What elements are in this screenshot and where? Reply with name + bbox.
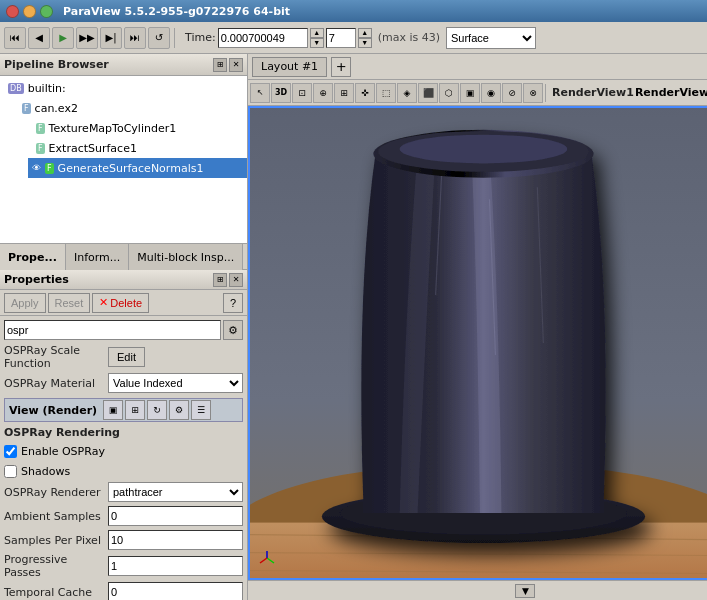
minimize-button[interactable] [23, 5, 36, 18]
pipeline-browser-icons[interactable]: ⊞ ✕ [213, 58, 243, 72]
view-icon-2[interactable]: ⊞ [125, 400, 145, 420]
progressive-passes-row: Progressive Passes [4, 553, 243, 579]
render-view-name: RenderView1 [635, 86, 707, 99]
window-controls[interactable] [6, 5, 53, 18]
main-layout: Pipeline Browser ⊞ ✕ DB builtin: F can.e… [0, 54, 707, 600]
pipeline-item-name-builtin: builtin: [28, 82, 66, 95]
first-frame-button[interactable]: ⏮ [4, 27, 26, 49]
rt-icon-select-cell[interactable]: ⊘ [502, 83, 522, 103]
render-toolbar: ↖ 3D ⊡ ⊕ ⊞ ✜ ⬚ ◈ ⬛ ⬡ ▣ ◉ ⊘ ⊗ RenderView1… [248, 80, 707, 106]
maximize-button[interactable] [40, 5, 53, 18]
pipeline-item-canex2[interactable]: F can.ex2 [14, 98, 247, 118]
layout-add-button[interactable]: + [331, 57, 351, 77]
prev-frame-button[interactable]: ◀ [28, 27, 50, 49]
time-up[interactable]: ▲ [310, 28, 324, 38]
view-icon-5[interactable]: ☰ [191, 400, 211, 420]
pipeline-item-name-texturemap: TextureMapToCylinder1 [49, 122, 177, 135]
tab-multiblock[interactable]: Multi-block Insp... [129, 244, 243, 270]
help-button[interactable]: ? [223, 293, 243, 313]
loop-button[interactable]: ↺ [148, 27, 170, 49]
frame-input[interactable] [326, 28, 356, 48]
view-render-row: View (Render) ▣ ⊞ ↻ ⚙ ☰ [4, 398, 243, 422]
render-viewport[interactable]: scratched- wood- vtkBlockColors [248, 106, 707, 580]
search-input[interactable] [4, 320, 221, 340]
shadows-label: Shadows [21, 465, 70, 478]
play-button[interactable]: ▶ [52, 27, 74, 49]
render-area: Layout #1 + ↖ 3D ⊡ ⊕ ⊞ ✜ ⬚ ◈ ⬛ ⬡ ▣ ◉ ⊘ ⊗… [248, 54, 707, 600]
properties-header: Properties ⊞ ✕ [0, 270, 247, 290]
properties-toolbar: Apply Reset ✕ Delete ? [0, 290, 247, 316]
frame-down[interactable]: ▼ [358, 38, 372, 48]
pipeline-close-icon[interactable]: ✕ [229, 58, 243, 72]
rt-icon-3d[interactable]: 3D [271, 83, 291, 103]
rt-icon-select-block[interactable]: ▣ [460, 83, 480, 103]
ospray-material-select[interactable]: Value Indexed [108, 373, 243, 393]
ospray-material-label: OSPRay Material [4, 377, 104, 390]
samples-per-pixel-label: Samples Per Pixel [4, 534, 104, 547]
frame-up[interactable]: ▲ [358, 28, 372, 38]
ospray-scale-function-control: Edit [108, 347, 243, 367]
rt-icon-select2[interactable]: ◈ [397, 83, 417, 103]
search-gear-icon[interactable]: ⚙ [223, 320, 243, 340]
progressive-passes-label: Progressive Passes [4, 553, 104, 579]
next-frame-button[interactable]: ▶| [100, 27, 122, 49]
pipeline-items-list: DB builtin: F can.ex2 F TextureMapToCyli… [0, 76, 247, 243]
reset-button[interactable]: Reset [48, 293, 91, 313]
close-button[interactable] [6, 5, 19, 18]
surface-select[interactable]: Surface Surface With Edges Wireframe Poi… [446, 27, 536, 49]
tab-properties[interactable]: Prope... [0, 244, 66, 270]
ospray-scale-function-edit-button[interactable]: Edit [108, 347, 145, 367]
view-icon-4[interactable]: ⚙ [169, 400, 189, 420]
play-all-button[interactable]: ▶▶ [76, 27, 98, 49]
canex2-icon: F [22, 103, 31, 114]
pipeline-item-extractsurface[interactable]: F ExtractSurface1 [28, 138, 247, 158]
ambient-samples-input[interactable] [108, 506, 243, 526]
temporal-cache-control [108, 582, 243, 600]
last-frame-button[interactable]: ⏭ [124, 27, 146, 49]
rt-icon-select-point[interactable]: ◉ [481, 83, 501, 103]
rt-icon-polygon[interactable]: ⬡ [439, 83, 459, 103]
ospray-renderer-select[interactable]: pathtracer scivis [108, 482, 243, 502]
ospray-renderer-control: pathtracer scivis [108, 482, 243, 502]
tab-information[interactable]: Inform... [66, 244, 129, 270]
pipeline-item-builtin[interactable]: DB builtin: [0, 78, 247, 98]
view-icon-3[interactable]: ↻ [147, 400, 167, 420]
time-input[interactable] [218, 28, 308, 48]
samples-per-pixel-control [108, 530, 243, 550]
properties-settings-icon[interactable]: ⊞ [213, 273, 227, 287]
rt-icon-tools[interactable]: ⊗ [523, 83, 543, 103]
rt-icon-interact[interactable]: ↖ [250, 83, 270, 103]
delete-button[interactable]: ✕ Delete [92, 293, 149, 313]
samples-per-pixel-input[interactable] [108, 530, 243, 550]
rt-icon-select3[interactable]: ⬛ [418, 83, 438, 103]
pipeline-item-texturemap[interactable]: F TextureMapToCylinder1 [28, 118, 247, 138]
rt-icon-select[interactable]: ⬚ [376, 83, 396, 103]
time-down[interactable]: ▼ [310, 38, 324, 48]
frame-spinner[interactable]: ▲ ▼ [358, 28, 372, 48]
render-view-title: RenderView1 [552, 86, 634, 99]
temporal-cache-input[interactable] [108, 582, 243, 600]
pipeline-item-name-canex2: can.ex2 [35, 102, 78, 115]
time-spinner[interactable]: ▲ ▼ [310, 28, 324, 48]
shadows-checkbox[interactable] [4, 465, 17, 478]
ambient-samples-label: Ambient Samples [4, 510, 104, 523]
rt-icon-box-zoom[interactable]: ⊞ [334, 83, 354, 103]
properties-panel: Prope... Inform... Multi-block Insp... P… [0, 244, 247, 600]
bottom-collapse-arrow[interactable]: ▼ [515, 584, 535, 598]
rt-icon-zoom[interactable]: ⊕ [313, 83, 333, 103]
enable-ospray-checkbox[interactable] [4, 445, 17, 458]
view-icon-1[interactable]: ▣ [103, 400, 123, 420]
svg-line-17 [260, 558, 267, 563]
pipeline-item-generatenormals[interactable]: 👁 F GenerateSurfaceNormals1 [28, 158, 247, 178]
delete-x-icon: ✕ [99, 296, 108, 309]
max-frames-label: (max is 43) [378, 31, 440, 44]
progressive-passes-input[interactable] [108, 556, 243, 576]
properties-close-icon[interactable]: ✕ [229, 273, 243, 287]
pipeline-settings-icon[interactable]: ⊞ [213, 58, 227, 72]
layout-tab-1[interactable]: Layout #1 [252, 57, 327, 77]
rt-icon-reset-cam[interactable]: ⊡ [292, 83, 312, 103]
apply-button[interactable]: Apply [4, 293, 46, 313]
properties-header-icons[interactable]: ⊞ ✕ [213, 273, 243, 287]
rt-icon-pick[interactable]: ✜ [355, 83, 375, 103]
ospray-rendering-title: OSPRay Rendering [4, 426, 243, 439]
